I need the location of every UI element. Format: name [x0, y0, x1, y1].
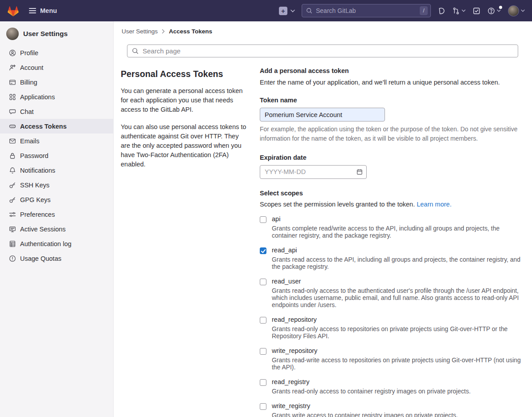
global-search[interactable]: / — [302, 4, 431, 17]
sidebar-item-chat[interactable]: Chat — [0, 104, 113, 119]
scope-row-read-registry: read_registry Grants read-only access to… — [260, 378, 521, 395]
merge-requests-dropdown[interactable] — [452, 7, 466, 15]
scope-checkbox-write-registry[interactable] — [260, 403, 266, 410]
sidebar-item-notifications[interactable]: Notifications — [0, 163, 113, 178]
sidebar-item-active-sessions[interactable]: Active Sessions — [0, 222, 113, 236]
main-content: User Settings Access Tokens Personal Acc… — [114, 21, 532, 417]
token-name-help: For example, the application using the t… — [260, 125, 520, 143]
token-name-label: Token name — [260, 97, 521, 104]
top-navbar: Menu + / — [0, 0, 532, 21]
key-icon — [9, 196, 16, 203]
sidebar-item-account[interactable]: Account — [0, 60, 113, 75]
chevron-down-icon — [291, 9, 295, 12]
new-menu-button[interactable]: + — [279, 7, 295, 15]
scope-name[interactable]: read_user — [272, 278, 521, 285]
scope-description: Grants read access to the API, including… — [272, 256, 521, 270]
select-scopes-label: Select scopes — [260, 190, 521, 197]
sidebar-item-gpg-keys[interactable]: GPG Keys — [0, 192, 113, 207]
applications-icon — [9, 93, 16, 101]
chevron-down-icon — [462, 9, 466, 12]
notification-dot — [499, 6, 502, 9]
scope-row-read-repository: read_repository Grants read-only access … — [260, 316, 521, 340]
scope-checkbox-read-repository[interactable] — [260, 317, 266, 324]
page-search-input[interactable] — [143, 47, 513, 55]
sidebar-context-header[interactable]: User Settings — [0, 26, 113, 45]
form-subheading: Enter the name of your application, and … — [260, 79, 521, 86]
scope-name[interactable]: read_repository — [272, 316, 521, 323]
chevron-down-icon — [497, 9, 501, 12]
sidebar-item-password[interactable]: Password — [0, 148, 113, 163]
search-icon — [306, 8, 312, 14]
breadcrumb: User Settings Access Tokens — [121, 21, 525, 35]
sidebar-item-access-tokens[interactable]: Access Tokens — [0, 119, 113, 134]
chevron-right-icon — [162, 29, 165, 34]
scope-name[interactable]: read_api — [272, 247, 521, 254]
page-description-column: Personal Access Tokens You can generate … — [121, 65, 246, 417]
gitlab-logo-icon[interactable] — [7, 5, 19, 17]
scope-row-read-user: read_user Grants read-only access to the… — [260, 278, 521, 308]
settings-sidebar: User Settings Profile Account Billing Ap… — [0, 21, 114, 417]
scope-checkbox-api[interactable] — [260, 216, 266, 223]
global-search-input[interactable] — [316, 7, 416, 14]
scope-description: Grants read-only access to container reg… — [272, 388, 471, 395]
page-description-2: You can also use personal access tokens … — [121, 122, 246, 169]
sidebar-item-usage-quotas[interactable]: Usage Quotas — [0, 251, 113, 266]
sidebar-item-authentication-log[interactable]: Authentication log — [0, 236, 113, 251]
learn-more-link[interactable]: Learn more. — [417, 201, 451, 208]
scope-description: Grants read-only access to repositories … — [272, 325, 521, 340]
help-dropdown[interactable] — [487, 7, 501, 15]
scope-row-read-api: read_api Grants read access to the API, … — [260, 247, 521, 270]
token-form-column: Add a personal access token Enter the na… — [260, 65, 521, 417]
expiration-date-input[interactable] — [260, 165, 367, 179]
sidebar-title: User Settings — [23, 30, 68, 38]
breadcrumb-user-settings[interactable]: User Settings — [122, 28, 158, 35]
scope-row-write-registry: write_registry Grants write access to co… — [260, 402, 521, 417]
sidebar-item-billing[interactable]: Billing — [0, 75, 113, 89]
chevron-down-icon — [521, 9, 525, 12]
plus-icon: + — [279, 7, 287, 15]
breadcrumb-access-tokens: Access Tokens — [169, 28, 212, 35]
sidebar-item-profile[interactable]: Profile — [0, 45, 113, 60]
key-icon — [9, 182, 16, 189]
monitor-icon — [9, 226, 16, 233]
scopes-help: Scopes set the permission levels granted… — [260, 201, 521, 208]
sidebar-item-emails[interactable]: Emails — [0, 134, 113, 148]
token-name-input[interactable] — [260, 108, 385, 121]
scope-description: Grants read-only access to the authentic… — [272, 287, 521, 308]
hamburger-icon — [29, 8, 36, 14]
scope-checkbox-read-api[interactable] — [260, 247, 266, 254]
menu-label: Menu — [40, 7, 57, 14]
menu-button[interactable]: Menu — [29, 7, 57, 14]
todos-icon[interactable] — [473, 7, 480, 15]
sidebar-nav: Profile Account Billing Applications Cha… — [0, 45, 113, 266]
scope-name[interactable]: api — [272, 215, 521, 223]
expiration-date-label: Expiration date — [260, 154, 521, 161]
page-search[interactable] — [127, 45, 518, 57]
scope-description: Grants complete read/write access to the… — [272, 225, 521, 239]
calendar-icon[interactable] — [356, 169, 363, 175]
lock-icon — [9, 152, 16, 159]
page-description-1: You can generate a personal access token… — [121, 86, 246, 114]
user-avatar — [508, 5, 519, 16]
billing-icon — [9, 79, 16, 86]
quota-icon — [9, 255, 16, 262]
log-icon — [9, 240, 16, 247]
scope-checkbox-read-registry[interactable] — [260, 379, 266, 386]
email-icon — [9, 138, 16, 145]
issues-icon[interactable] — [438, 7, 445, 15]
account-icon — [9, 64, 16, 71]
sidebar-item-ssh-keys[interactable]: SSH Keys — [0, 178, 113, 192]
sidebar-item-applications[interactable]: Applications — [0, 89, 113, 104]
scope-name[interactable]: read_registry — [272, 378, 471, 385]
profile-icon — [9, 49, 16, 57]
scope-name[interactable]: write_repository — [272, 347, 521, 354]
user-menu[interactable] — [508, 5, 525, 16]
scope-checkbox-read-user[interactable] — [260, 279, 266, 285]
sidebar-item-preferences[interactable]: Preferences — [0, 207, 113, 222]
scope-row-write-repository: write_repository Grants read-write acces… — [260, 347, 521, 371]
user-avatar — [6, 28, 19, 40]
scope-row-api: api Grants complete read/write access to… — [260, 215, 521, 239]
scope-name[interactable]: write_registry — [272, 402, 458, 409]
search-icon — [132, 48, 139, 54]
scope-checkbox-write-repository[interactable] — [260, 348, 266, 355]
